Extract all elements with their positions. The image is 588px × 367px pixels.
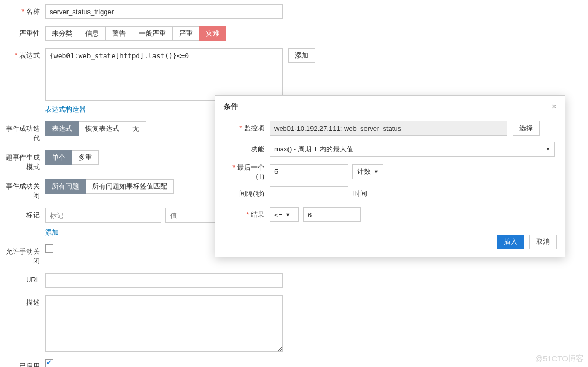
last-label: 最后一个 (T) [224,163,270,180]
problem-mode-segmented[interactable]: 单个 多重 [45,150,99,165]
severity-opt-0[interactable]: 未分类 [45,26,79,41]
result-label: 结果 [224,210,270,219]
item-label: 监控项 [224,124,270,133]
problem-mode-opt-0[interactable]: 单个 [45,150,72,165]
problem-mode-opt-1[interactable]: 多重 [72,150,99,165]
function-label: 功能 [224,144,270,154]
ok-event-close-opt-1[interactable]: 所有问题如果标签值匹配 [85,179,174,194]
severity-opt-2[interactable]: 警告 [105,26,132,41]
ok-event-close-label: 事件成功关闭 [0,179,45,201]
manual-close-label: 允许手动关闭 [0,244,45,266]
ok-event-close-segmented[interactable]: 所有问题 所有问题如果标签值匹配 [45,179,174,194]
tag-name-input[interactable] [45,208,161,223]
item-input [270,121,507,136]
ok-event-gen-segmented[interactable]: 表达式 恢复表达式 无 [45,121,146,136]
url-input[interactable] [45,273,283,288]
ok-event-gen-label: 事件成功迭代 [0,121,45,143]
ok-event-gen-opt-1[interactable]: 恢复表达式 [79,121,126,136]
severity-opt-4[interactable]: 严重 [172,26,199,41]
tags-add-link[interactable]: 添加 [45,228,59,236]
interval-input[interactable] [270,186,348,201]
modal-title: 条件 [224,102,238,112]
interval-label: 间隔(秒) [224,189,270,198]
name-input[interactable] [45,4,283,19]
severity-opt-5[interactable]: 灾难 [199,26,226,41]
severity-opt-3[interactable]: 一般严重 [132,26,173,41]
desc-textarea[interactable] [45,295,283,352]
expression-builder-link[interactable]: 表达式构造器 [45,105,86,113]
insert-button[interactable]: 插入 [497,235,524,249]
watermark: @51CTO博客 [535,354,584,364]
ok-event-gen-opt-0[interactable]: 表达式 [45,121,79,136]
enabled-label: 已启用 [0,359,45,367]
manual-close-checkbox[interactable] [45,244,53,253]
select-item-button[interactable]: 选择 [513,121,540,136]
last-unit-select[interactable]: 计数 [352,164,383,179]
problem-mode-label: 题事件生成模式 [0,150,45,172]
enabled-checkbox[interactable] [45,359,53,367]
expression-label: 表达式 [0,48,45,60]
expression-add-button[interactable]: 添加 [288,48,315,63]
severity-label: 严重性 [0,26,45,38]
condition-modal: 条件 × 监控项 选择 功能 max() - 周期 T 内的最大值 最后一个 (… [215,95,565,257]
expression-textarea[interactable]: {web01:web_state[httpd].last()}<=0 [45,48,283,101]
last-input[interactable] [270,164,348,179]
ok-event-gen-opt-2[interactable]: 无 [126,121,146,136]
interval-unit-label: 时间 [353,189,367,198]
modal-cancel-button[interactable]: 取消 [529,235,557,249]
name-label: 名称 [0,4,45,16]
result-value-input[interactable] [303,207,361,222]
result-op-select[interactable]: <= [270,207,299,222]
tags-label: 标记 [0,208,45,220]
severity-opt-1[interactable]: 信息 [79,26,106,41]
close-icon[interactable]: × [552,102,557,112]
ok-event-close-opt-0[interactable]: 所有问题 [45,179,86,194]
url-label: URL [0,273,45,284]
desc-label: 描述 [0,295,45,307]
function-select[interactable]: max() - 周期 T 内的最大值 [270,142,555,157]
severity-segmented[interactable]: 未分类 信息 警告 一般严重 严重 灾难 [45,26,226,41]
